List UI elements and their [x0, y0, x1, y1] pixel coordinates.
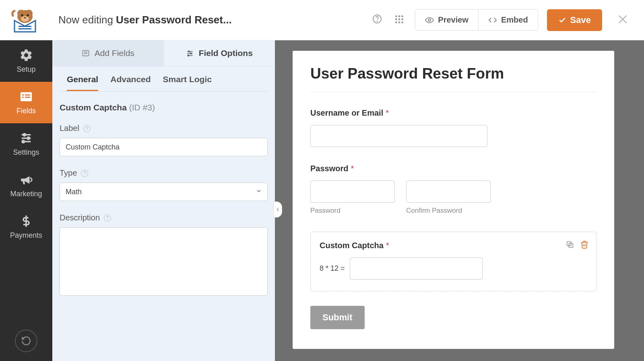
- field-header: Custom Captcha (ID #3): [60, 103, 268, 112]
- help-icon[interactable]: [371, 12, 384, 28]
- history-icon: [21, 336, 31, 346]
- password-sublabel: Password: [310, 207, 395, 215]
- delete-button[interactable]: [580, 240, 589, 250]
- save-label: Save: [570, 15, 591, 25]
- topbar-actions: Preview Embed Save: [371, 9, 630, 31]
- nav-label: Marketing: [10, 190, 42, 198]
- left-nav: Setup Fields Settings Marketing Payments: [0, 40, 52, 361]
- nav-payments[interactable]: Payments: [0, 206, 52, 248]
- svg-point-16: [402, 19, 404, 21]
- svg-point-15: [398, 19, 400, 21]
- password-input[interactable]: [310, 180, 395, 203]
- label-input[interactable]: [60, 138, 268, 156]
- confirm-password-input[interactable]: [406, 180, 491, 203]
- nav-label: Setup: [17, 65, 35, 74]
- svg-rect-8: [19, 28, 31, 29]
- collapse-handle[interactable]: [273, 201, 282, 218]
- embed-button[interactable]: Embed: [479, 9, 538, 31]
- preview-embed-group: Preview Embed: [415, 9, 538, 31]
- check-icon: [558, 16, 566, 24]
- preview-card: User Password Reset Form Username or Ema…: [293, 51, 614, 349]
- svg-point-12: [398, 15, 400, 17]
- duplicate-icon: [566, 240, 574, 249]
- nav-setup[interactable]: Setup: [0, 40, 52, 82]
- row-description: Description ?: [60, 213, 268, 297]
- help-icon[interactable]: ?: [104, 214, 111, 222]
- svg-point-18: [398, 21, 400, 23]
- svg-point-3: [21, 16, 29, 22]
- field-password[interactable]: Password* Password Confirm Password: [310, 164, 597, 215]
- type-select[interactable]: Math: [60, 183, 268, 201]
- app-logo: [8, 6, 40, 34]
- svg-rect-24: [22, 97, 24, 98]
- captcha-label: Custom Captcha*: [320, 241, 587, 250]
- svg-point-31: [22, 141, 25, 143]
- panel-body: Custom Captcha (ID #3) Label ? Type ? Ma…: [52, 91, 275, 321]
- password-label: Password*: [310, 164, 597, 173]
- gear-icon: [19, 48, 33, 62]
- editing-prefix: Now editing: [58, 14, 116, 26]
- svg-point-20: [429, 19, 431, 21]
- field-username[interactable]: Username or Email*: [310, 108, 597, 147]
- svg-point-29: [27, 137, 30, 139]
- username-label: Username or Email*: [310, 108, 597, 118]
- preview-button[interactable]: Preview: [415, 9, 479, 31]
- submit-button[interactable]: Submit: [310, 306, 365, 329]
- svg-rect-23: [25, 94, 30, 95]
- label-label: Label: [60, 124, 79, 133]
- chevron-left-icon: [275, 207, 281, 212]
- sliders-icon: [19, 131, 33, 145]
- tab-label: Add Fields: [95, 48, 134, 58]
- description-label: Description: [60, 213, 100, 222]
- svg-point-17: [395, 21, 397, 23]
- editing-label: Now editing User Password Reset...: [58, 14, 232, 26]
- captcha-input[interactable]: [350, 257, 483, 280]
- subtab-smart-logic[interactable]: Smart Logic: [163, 75, 212, 91]
- svg-rect-7: [19, 26, 31, 27]
- eye-icon: [425, 16, 434, 25]
- duplicate-button[interactable]: [566, 240, 574, 250]
- nav-fields[interactable]: Fields: [0, 82, 52, 123]
- row-type: Type ? Math: [60, 168, 268, 201]
- help-icon[interactable]: ?: [83, 125, 91, 132]
- code-icon: [488, 16, 497, 25]
- svg-point-5: [27, 14, 29, 16]
- help-icon[interactable]: ?: [81, 170, 88, 177]
- field-captcha-selected[interactable]: Custom Captcha* 8 * 12 =: [310, 232, 597, 291]
- history-button[interactable]: [15, 330, 37, 352]
- nav-marketing[interactable]: Marketing: [0, 165, 52, 206]
- sliders-icon: [186, 49, 194, 57]
- tab-field-options[interactable]: Field Options: [164, 40, 275, 66]
- apps-grid-icon[interactable]: [392, 12, 406, 27]
- type-label: Type: [60, 168, 77, 178]
- username-input[interactable]: [310, 125, 487, 147]
- svg-point-4: [21, 14, 23, 16]
- save-button[interactable]: Save: [547, 9, 602, 31]
- svg-point-6: [24, 17, 26, 18]
- nav-label: Settings: [13, 148, 39, 157]
- nav-label: Payments: [10, 231, 42, 240]
- main: Setup Fields Settings Marketing Payments: [0, 40, 644, 361]
- nav-settings[interactable]: Settings: [0, 123, 52, 165]
- close-button[interactable]: [617, 13, 630, 27]
- dollar-icon: [19, 214, 33, 228]
- nav-bottom: [0, 321, 52, 361]
- trash-icon: [580, 240, 589, 249]
- sidebar-panel: Add Fields Field Options General Advance…: [52, 40, 275, 361]
- svg-point-11: [395, 15, 397, 17]
- preview-area: User Password Reset Form Username or Ema…: [275, 40, 644, 361]
- close-icon: [617, 13, 630, 26]
- embed-label: Embed: [501, 15, 528, 25]
- svg-rect-22: [22, 94, 24, 95]
- subtab-advanced[interactable]: Advanced: [110, 75, 151, 91]
- svg-point-14: [395, 19, 397, 21]
- tab-add-fields[interactable]: Add Fields: [52, 40, 164, 66]
- field-id: (ID #3): [129, 103, 155, 112]
- svg-point-19: [402, 21, 404, 23]
- field-name: Custom Captcha: [60, 103, 127, 112]
- subtab-general[interactable]: General: [67, 75, 98, 91]
- description-textarea[interactable]: [60, 227, 268, 296]
- svg-point-13: [402, 15, 404, 17]
- sidebar-tabs: Add Fields Field Options: [52, 40, 275, 66]
- svg-point-27: [23, 134, 26, 136]
